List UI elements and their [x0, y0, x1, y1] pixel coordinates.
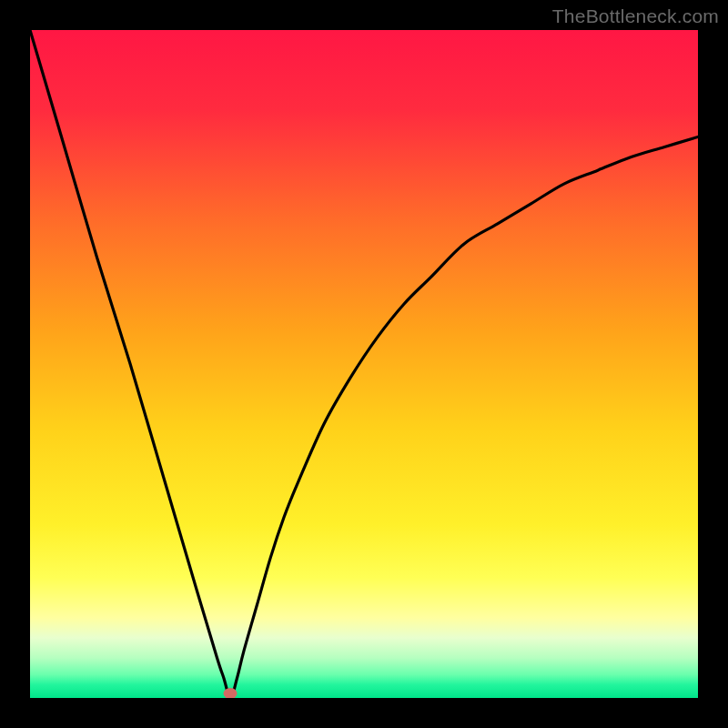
watermark-text: TheBottleneck.com — [552, 5, 719, 27]
optimal-point-marker — [224, 688, 238, 698]
plot-area — [30, 30, 698, 698]
chart-frame: TheBottleneck.com — [0, 0, 728, 728]
bottleneck-curve — [30, 30, 698, 698]
